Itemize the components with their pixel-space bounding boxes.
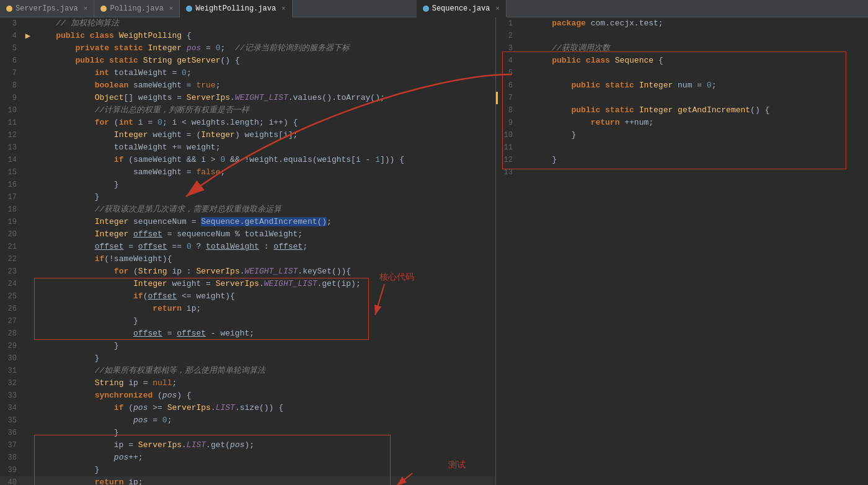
code-line-33: 33 synchronized (pos) { [0, 389, 495, 402]
code-line-10: 10 //计算出总的权重，判断所有权重是否一样 [0, 104, 495, 117]
code-line-32: 32 String ip = null; [0, 377, 495, 389]
code-line-39: 39 } [0, 464, 495, 476]
code-line-11: 11 for (int i = 0; i < weights.length; i… [0, 117, 495, 129]
code-line-29: 29 } [0, 340, 495, 352]
r-code-line-9: 9 return ++num; [496, 117, 868, 129]
left-panel: 3 // 加权轮询算法 4 ▶ public class WeightPolli… [0, 17, 496, 485]
code-line-35: 35 pos = 0; [0, 414, 495, 427]
r-code-line-10: 10 } [496, 129, 868, 141]
tab-weightpolling[interactable]: WeightPolling.java × [180, 0, 292, 17]
tab-label-sequence: Sequence.java [432, 4, 490, 13]
r-code-line-6: 6 public static Integer num = 0; [496, 79, 868, 92]
code-line-3: 3 // 加权轮询算法 [0, 17, 495, 30]
tab-label-weightpolling: WeightPolling.java [195, 4, 276, 13]
code-line-27: 27 } [0, 315, 495, 327]
test-label: 测试 [448, 460, 466, 471]
code-line-34: 34 if (pos >= ServerIps.LIST.size()) { [0, 402, 495, 414]
code-line-23: 23 for (String ip : ServerIps.WEIGHT_LIS… [0, 265, 495, 278]
r-code-line-8: 8 public static Integer getAndIncrement(… [496, 104, 868, 117]
r-code-line-4: 4 public class Sequence { [496, 55, 868, 67]
code-line-12: 12 Integer weight = (Integer) weights[i]… [0, 129, 495, 141]
code-line-20: 20 Integer offset = sequenceNum % totalW… [0, 228, 495, 241]
code-line-5: 5 private static Integer pos = 0; //记录当前… [0, 42, 495, 55]
tab-serverips[interactable]: ServerIps.java × [0, 0, 94, 17]
right-panel: 1 package com.cecjx.test; 2 3 //获取调用次数 4 [496, 17, 868, 485]
tab-icon-sequence [423, 6, 429, 12]
code-line-18: 18 //获取该次是第几次请求，需要对总权重做取余运算 [0, 203, 495, 216]
r-code-line-12: 12 } [496, 154, 868, 166]
right-code-container: 1 package com.cecjx.test; 2 3 //获取调用次数 4 [496, 17, 868, 179]
yellow-bar [496, 92, 498, 104]
tab-sequence[interactable]: Sequence.java × [417, 0, 507, 17]
code-line-9: 9 Object[] weights = ServerIps.WEIGHT_LI… [0, 92, 495, 104]
tab-bar: ServerIps.java × Polling.java × WeightPo… [0, 0, 868, 17]
tab-close-serverips[interactable]: × [84, 5, 88, 12]
code-line-36: 36 } [0, 427, 495, 439]
r-code-line-1: 1 package com.cecjx.test; [496, 17, 868, 30]
code-line-22: 22 if(!sameWeight){ [0, 253, 495, 265]
code-line-8: 8 boolean sameWeight = true; [0, 79, 495, 92]
code-line-6: 6 public static String getServer() { [0, 55, 495, 67]
code-line-15: 15 sameWeight = false; [0, 166, 495, 179]
code-line-7: 7 int totalWeight = 0; [0, 67, 495, 79]
tab-label-serverips: ServerIps.java [16, 4, 78, 13]
code-line-30: 30 } [0, 352, 495, 365]
code-line-16: 16 } [0, 179, 495, 191]
code-line-24: 24 Integer weight = ServerIps.WEIGHT_LIS… [0, 278, 495, 290]
code-line-19: 19 Integer sequenceNum = Sequence.getAnd… [0, 216, 495, 228]
code-line-13: 13 totalWeight += weight; [0, 141, 495, 154]
tab-close-sequence[interactable]: × [495, 5, 500, 12]
tab-icon-serverips [6, 6, 12, 12]
code-line-25: 25 if(offset <= weight){ [0, 290, 495, 303]
code-line-31: 31 //如果所有权重都相等，那么使用简单轮询算法 [0, 365, 495, 377]
core-code-label: 核心代码 [379, 272, 414, 283]
code-line-28: 28 offset = offset - weight; [0, 327, 495, 340]
r-code-line-3: 3 //获取调用次数 [496, 42, 868, 55]
tab-icon-polling [100, 6, 107, 12]
tab-polling[interactable]: Polling.java × [94, 0, 180, 17]
tab-close-weightpolling[interactable]: × [281, 5, 286, 12]
r-code-line-11: 11 [496, 141, 868, 154]
left-code-container: 3 // 加权轮询算法 4 ▶ public class WeightPolli… [0, 17, 495, 485]
breakpoint-arrow-4: ▶ [25, 30, 30, 42]
main-content: 3 // 加权轮询算法 4 ▶ public class WeightPolli… [0, 17, 868, 485]
r-code-line-5: 5 [496, 67, 868, 79]
code-line-17: 17 } [0, 191, 495, 203]
code-line-37: 37 ip = ServerIps.LIST.get(pos); [0, 439, 495, 452]
code-line-4: 4 ▶ public class WeightPolling { [0, 30, 495, 42]
code-line-21: 21 offset = offset == 0 ? totalWeight : … [0, 241, 495, 253]
tab-close-polling[interactable]: × [169, 5, 174, 12]
tab-icon-weightpolling [186, 6, 192, 12]
code-line-38: 38 pos++; [0, 452, 495, 464]
r-code-line-7: 7 [496, 92, 868, 104]
code-line-40: 40 return ip; [0, 476, 495, 485]
r-code-line-2: 2 [496, 30, 868, 42]
tab-label-polling: Polling.java [110, 4, 163, 13]
r-code-line-13: 13 [496, 166, 868, 179]
code-line-14: 14 if (sameWeight && i > 0 && !weight.eq… [0, 154, 495, 166]
code-line-26: 26 return ip; [0, 303, 495, 315]
